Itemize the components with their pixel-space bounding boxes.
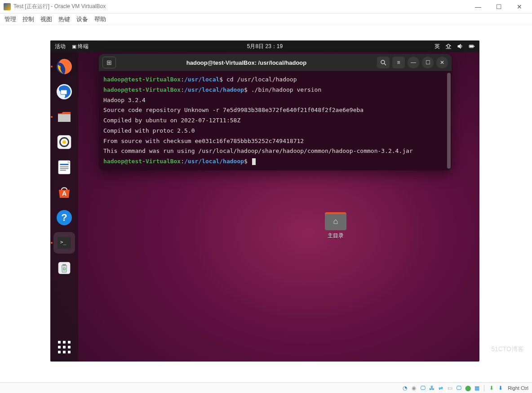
watermark: 51CTO博客 <box>491 345 524 353</box>
svg-rect-1 <box>474 46 474 47</box>
svg-rect-14 <box>60 170 66 171</box>
host-key-label: Right Ctrl <box>508 385 528 391</box>
folder-label: 主目录 <box>322 232 349 240</box>
usb-icon[interactable]: ⇌ <box>437 384 444 392</box>
search-button[interactable] <box>377 57 390 68</box>
dock-libreoffice-writer[interactable] <box>53 156 75 178</box>
minimize-button[interactable]: — <box>472 3 484 10</box>
terminal-minimize-button[interactable]: — <box>408 57 419 68</box>
close-button[interactable]: ✕ <box>513 3 526 10</box>
optical-icon[interactable]: ◉ <box>410 384 417 392</box>
mouse-integration-icon[interactable]: ⬇ <box>488 384 495 392</box>
maximize-button[interactable]: ☐ <box>492 3 505 10</box>
dock-software-center[interactable]: A <box>53 182 75 203</box>
svg-rect-2 <box>470 45 473 47</box>
menu-view[interactable]: 视图 <box>40 15 52 23</box>
terminal-close-button[interactable]: ✕ <box>436 57 448 68</box>
network-icon[interactable] <box>445 44 452 49</box>
terminal-line: hadoop@test-VirtualBox:/usr/local$ cd /u… <box>103 75 447 85</box>
svg-point-9 <box>62 140 66 144</box>
folder-icon <box>325 212 346 230</box>
terminal-line: Compiled with protoc 2.5.0 <box>103 126 447 136</box>
home-folder-desktop-icon[interactable]: 主目录 <box>322 212 349 240</box>
svg-text:>_: >_ <box>60 239 66 245</box>
ubuntu-desktop[interactable]: 活动 ▣ 终端 5月8日 23：19 英 A ? >_ <box>50 40 479 362</box>
virtualbox-title: Test [正在运行] - Oracle VM VirtualBox <box>13 3 472 10</box>
svg-rect-5 <box>61 90 67 94</box>
svg-point-23 <box>381 60 385 64</box>
svg-text:?: ? <box>61 212 67 223</box>
menu-manage[interactable]: 管理 <box>4 15 16 23</box>
terminal-content[interactable]: hadoop@test-VirtualBox:/usr/local$ cd /u… <box>99 71 452 170</box>
current-app-indicator[interactable]: ▣ 终端 <box>72 43 89 50</box>
dock-thunderbird[interactable] <box>53 81 75 103</box>
svg-line-24 <box>384 63 386 65</box>
show-applications-button[interactable] <box>54 337 74 357</box>
clock[interactable]: 5月8日 23：19 <box>247 43 283 50</box>
shared-folder-icon[interactable]: ▭ <box>446 384 453 392</box>
terminal-line: hadoop@test-VirtualBox:/usr/local/hadoop… <box>103 156 447 167</box>
svg-text:A: A <box>62 190 66 197</box>
activities-button[interactable]: 活动 <box>55 43 66 50</box>
virtualbox-menubar: 管理 控制 视图 热键 设备 帮助 <box>0 13 532 25</box>
svg-rect-21 <box>62 264 66 265</box>
terminal-line: This command was run using /usr/local/ha… <box>103 146 447 156</box>
svg-rect-11 <box>60 164 69 165</box>
virtualbox-titlebar: Test [正在运行] - Oracle VM VirtualBox — ☐ ✕ <box>0 0 532 13</box>
power-icon[interactable] <box>469 44 475 49</box>
terminal-maximize-button[interactable]: ☐ <box>422 57 434 68</box>
keyboard-icon[interactable]: ⬇ <box>497 384 504 392</box>
virtualbox-icon <box>4 3 11 10</box>
ubuntu-dock: A ? >_ <box>50 52 78 362</box>
dock-help[interactable]: ? <box>53 207 75 228</box>
cpu-icon[interactable]: ▦ <box>473 384 480 392</box>
virtualbox-statusbar: ◔ ◉ 🖵 🖧 ⇌ ▭ 🖵 ⬤ ▦ ⬇ ⬇ Right Ctrl <box>0 382 532 393</box>
audio-icon[interactable]: 🖵 <box>419 384 426 392</box>
svg-rect-6 <box>58 114 71 122</box>
menu-input[interactable]: 热键 <box>58 15 70 23</box>
new-tab-button[interactable]: ⊞ <box>102 57 116 68</box>
terminal-scrollbar[interactable] <box>447 73 451 169</box>
recording-icon[interactable]: ⬤ <box>464 384 471 392</box>
terminal-line: Hadoop 3.2.4 <box>103 95 447 106</box>
guest-display: 活动 ▣ 终端 5月8日 23：19 英 A ? >_ <box>0 25 532 366</box>
dock-rhythmbox[interactable] <box>53 131 75 153</box>
window-controls: — ☐ ✕ <box>472 3 528 10</box>
terminal-line: hadoop@test-VirtualBox:/usr/local/hadoop… <box>103 85 447 95</box>
gnome-topbar: 活动 ▣ 终端 5月8日 23：19 英 <box>50 40 479 52</box>
hamburger-menu-button[interactable]: ≡ <box>392 57 405 68</box>
svg-rect-13 <box>60 168 69 169</box>
terminal-line: Source code repository Unknown -r 7e5d99… <box>103 105 447 116</box>
divider <box>484 385 484 391</box>
dock-trash[interactable] <box>53 257 75 279</box>
volume-icon[interactable] <box>457 44 463 49</box>
display-icon[interactable]: 🖵 <box>455 384 462 392</box>
terminal-line: Compiled by ubuntu on 2022-07-12T11:58Z <box>103 116 447 126</box>
terminal-window[interactable]: ⊞ hadoop@test-VirtualBox: /usr/local/had… <box>99 54 452 170</box>
dock-files[interactable] <box>53 106 75 128</box>
hdd-icon[interactable]: ◔ <box>401 384 408 392</box>
menu-devices[interactable]: 设备 <box>76 15 88 23</box>
ime-indicator[interactable]: 英 <box>434 43 440 50</box>
network-status-icon[interactable]: 🖧 <box>428 384 435 392</box>
dock-terminal[interactable]: >_ <box>53 232 75 254</box>
terminal-title: hadoop@test-VirtualBox: /usr/local/hadoo… <box>120 59 373 66</box>
dock-firefox[interactable] <box>53 56 75 77</box>
svg-rect-12 <box>60 166 69 167</box>
terminal-line: From source with checksum ee031c16fe785b… <box>103 136 447 147</box>
menu-help[interactable]: 帮助 <box>94 15 106 23</box>
menu-control[interactable]: 控制 <box>22 15 34 23</box>
terminal-titlebar[interactable]: ⊞ hadoop@test-VirtualBox: /usr/local/had… <box>99 54 452 71</box>
